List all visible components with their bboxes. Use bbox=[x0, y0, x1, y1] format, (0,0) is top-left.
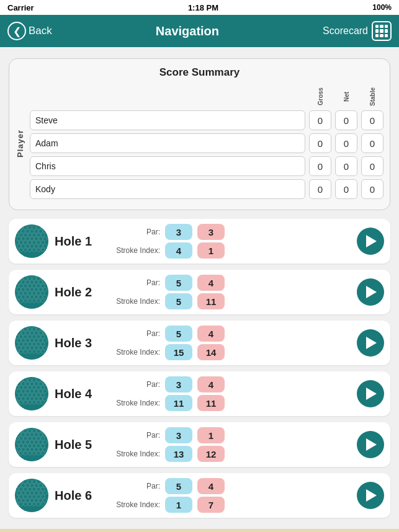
si-row: Stroke Index: 5 11 bbox=[110, 293, 351, 309]
par-row: Par: 5 4 bbox=[110, 326, 351, 342]
si-label: Stroke Index: bbox=[110, 500, 160, 509]
par-label: Par: bbox=[110, 329, 160, 338]
player-row: 0 0 0 bbox=[30, 110, 383, 130]
par-row: Par: 5 4 bbox=[110, 478, 351, 494]
si-row: Stroke Index: 11 11 bbox=[110, 395, 351, 411]
si-val-blue: 11 bbox=[165, 395, 192, 411]
player-name-input[interactable] bbox=[30, 110, 305, 130]
carrier-label: Carrier bbox=[7, 3, 34, 12]
score-summary-title: Score Summary bbox=[16, 66, 383, 79]
player-name-input[interactable] bbox=[30, 133, 305, 153]
par-val-pink: 4 bbox=[197, 326, 225, 342]
hole-item: Hole 5 Par: 3 1 Stroke Index: 13 12 bbox=[9, 422, 390, 467]
battery-label: 100% bbox=[372, 3, 392, 12]
hole-icon bbox=[15, 377, 48, 410]
par-label: Par: bbox=[110, 482, 160, 490]
hole-stats: Par: 3 3 Stroke Index: 4 1 bbox=[110, 224, 351, 259]
par-label: Par: bbox=[110, 278, 160, 287]
status-right: 100% bbox=[372, 3, 392, 12]
par-val-pink: 4 bbox=[197, 478, 225, 494]
si-val-pink: 11 bbox=[197, 293, 225, 309]
play-button[interactable] bbox=[357, 431, 384, 458]
score-table: Gross Net Stable 0 0 0 0 0 0 0 0 0 0 0 0 bbox=[30, 85, 383, 202]
par-val-pink: 4 bbox=[197, 376, 225, 392]
player-name-input[interactable] bbox=[30, 156, 305, 176]
player-row: 0 0 0 bbox=[30, 133, 383, 153]
play-icon bbox=[366, 286, 377, 298]
col-header-gross: Gross bbox=[309, 85, 331, 109]
stable-score: 0 bbox=[361, 156, 383, 176]
si-row: Stroke Index: 15 14 bbox=[110, 344, 351, 360]
hole-item: Hole 4 Par: 3 4 Stroke Index: 11 11 bbox=[9, 371, 390, 416]
si-val-blue: 4 bbox=[165, 242, 192, 259]
back-label: Back bbox=[29, 25, 52, 37]
gross-score: 0 bbox=[309, 110, 331, 130]
par-val-blue: 3 bbox=[165, 376, 192, 392]
hole-stats: Par: 3 1 Stroke Index: 13 12 bbox=[110, 427, 351, 462]
gross-score: 0 bbox=[309, 156, 331, 176]
par-val-blue: 3 bbox=[165, 224, 192, 240]
par-row: Par: 3 1 bbox=[110, 427, 351, 443]
play-icon bbox=[366, 337, 377, 349]
par-val-blue: 5 bbox=[165, 478, 192, 494]
col-header-stable: Stable bbox=[361, 85, 383, 109]
hole-stats: Par: 5 4 Stroke Index: 15 14 bbox=[110, 326, 351, 360]
si-label: Stroke Index: bbox=[110, 399, 160, 407]
si-val-blue: 5 bbox=[165, 293, 192, 309]
nav-title: Navigation bbox=[156, 24, 219, 38]
par-val-blue: 5 bbox=[165, 275, 192, 291]
par-val-pink: 4 bbox=[197, 275, 225, 291]
si-row: Stroke Index: 4 1 bbox=[110, 242, 351, 259]
status-bar: Carrier 1:18 PM 100% bbox=[0, 0, 399, 15]
par-row: Par: 5 4 bbox=[110, 275, 351, 291]
hole-title: Hole 3 bbox=[55, 336, 104, 350]
scorecard-button[interactable]: Scorecard bbox=[323, 21, 392, 41]
si-label: Stroke Index: bbox=[110, 297, 160, 306]
par-val-pink: 3 bbox=[197, 224, 225, 240]
si-label: Stroke Index: bbox=[110, 246, 160, 255]
par-val-blue: 5 bbox=[165, 326, 192, 342]
hole-icon bbox=[15, 326, 48, 360]
play-button[interactable] bbox=[357, 380, 384, 407]
si-val-pink: 14 bbox=[197, 344, 225, 360]
player-row: 0 0 0 bbox=[30, 156, 383, 176]
si-val-pink: 1 bbox=[197, 242, 225, 259]
hole-title: Hole 5 bbox=[55, 438, 104, 452]
player-name-input[interactable] bbox=[30, 179, 305, 199]
play-button[interactable] bbox=[357, 228, 384, 255]
grid-icon bbox=[372, 21, 392, 41]
si-val-pink: 7 bbox=[197, 497, 225, 513]
hole-icon bbox=[15, 275, 48, 309]
play-button[interactable] bbox=[357, 329, 384, 357]
si-val-pink: 12 bbox=[197, 446, 225, 462]
play-icon bbox=[366, 489, 377, 502]
player-row: 0 0 0 bbox=[30, 179, 383, 199]
hole-item: Hole 1 Par: 3 3 Stroke Index: 4 1 bbox=[9, 219, 390, 264]
hole-item: Hole 2 Par: 5 4 Stroke Index: 5 11 bbox=[9, 270, 390, 314]
stable-score: 0 bbox=[361, 133, 383, 153]
holes-list: Hole 1 Par: 3 3 Stroke Index: 4 1 bbox=[0, 216, 399, 526]
hole-item: Hole 3 Par: 5 4 Stroke Index: 15 14 bbox=[9, 321, 390, 365]
nav-bar: ❮ Back Navigation Scorecard bbox=[0, 15, 399, 47]
net-score: 0 bbox=[335, 133, 357, 153]
stable-score: 0 bbox=[361, 110, 383, 130]
si-val-blue: 1 bbox=[165, 497, 192, 513]
hole-stats: Par: 5 4 Stroke Index: 1 7 bbox=[110, 478, 351, 513]
par-row: Par: 3 3 bbox=[110, 224, 351, 240]
back-button[interactable]: ❮ Back bbox=[7, 22, 52, 40]
gross-score: 0 bbox=[309, 179, 331, 199]
play-button[interactable] bbox=[357, 482, 384, 509]
hole-icon bbox=[15, 428, 48, 461]
hole-icon bbox=[15, 224, 48, 258]
si-label: Stroke Index: bbox=[110, 450, 160, 458]
hole-title: Hole 2 bbox=[55, 285, 104, 299]
stable-score: 0 bbox=[361, 179, 383, 199]
play-button[interactable] bbox=[357, 278, 384, 306]
si-val-blue: 15 bbox=[165, 344, 192, 360]
par-val-blue: 3 bbox=[165, 427, 192, 443]
par-row: Par: 3 4 bbox=[110, 376, 351, 392]
scorecard-label: Scorecard bbox=[323, 25, 368, 37]
si-val-blue: 13 bbox=[165, 446, 192, 462]
play-icon bbox=[366, 388, 377, 400]
net-score: 0 bbox=[335, 156, 357, 176]
